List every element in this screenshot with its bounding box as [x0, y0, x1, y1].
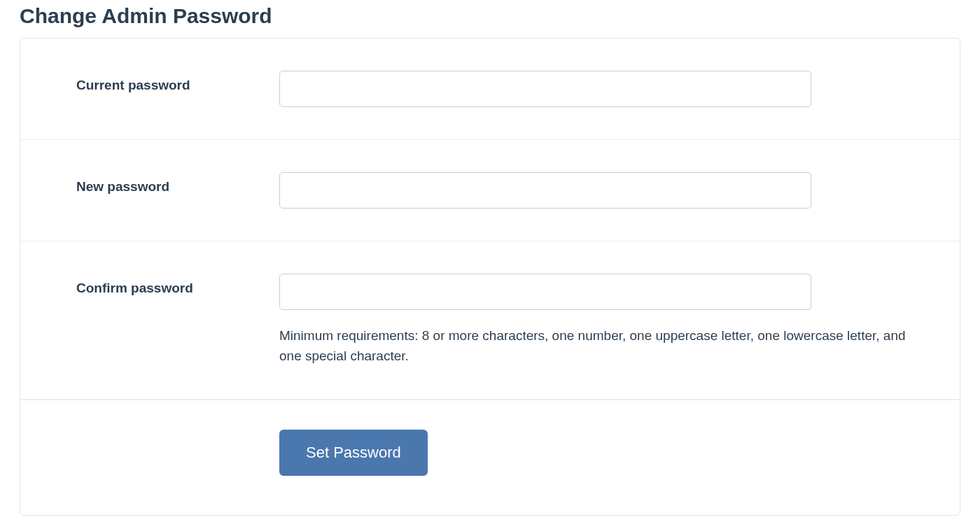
actions-row: Set Password: [20, 400, 960, 515]
page-title: Change Admin Password: [20, 4, 960, 28]
current-password-row: Current password: [20, 38, 960, 140]
current-password-label: Current password: [76, 78, 190, 92]
set-password-button[interactable]: Set Password: [279, 430, 428, 476]
password-requirements-text: Minimum requirements: 8 or more characte…: [279, 325, 918, 367]
current-password-input[interactable]: [279, 71, 811, 107]
confirm-password-row: Confirm password Minimum requirements: 8…: [20, 241, 960, 400]
new-password-row: New password: [20, 140, 960, 241]
new-password-input[interactable]: [279, 172, 811, 209]
change-password-panel: Current password New password Confirm pa…: [20, 38, 960, 516]
confirm-password-input[interactable]: [279, 274, 811, 310]
confirm-password-label: Confirm password: [76, 281, 193, 295]
new-password-label: New password: [76, 179, 169, 194]
